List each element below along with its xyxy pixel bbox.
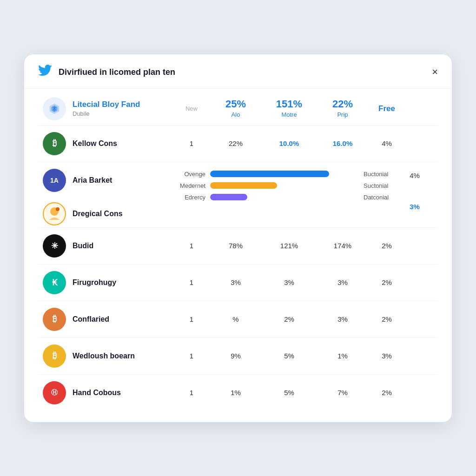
cell-motre: 2% <box>261 315 317 323</box>
combined-free: 4% 3% <box>396 169 433 211</box>
cell-new: 1 <box>173 139 210 147</box>
fund-subtitle: Dubile <box>73 110 140 117</box>
svg-point-4 <box>56 207 60 211</box>
cell-alo: 1% <box>210 389 261 397</box>
col-alo-header: 25% Alo <box>210 99 261 118</box>
bar-row-ovenge: Ovenge Buctonial <box>173 171 396 178</box>
cell-alo: 78% <box>210 242 261 250</box>
table-row: ₿ Kellow Cons 1 22% 10.0% 16.0% 4% <box>38 126 438 162</box>
item-icon-aria: 1A <box>43 169 66 192</box>
modal-title: Divirfiued in licomed plan ten <box>59 67 432 77</box>
cell-prip: 7% <box>317 389 368 397</box>
cell-free: 2% <box>368 389 405 397</box>
modal-header: Divirfiued in licomed plan ten × <box>24 54 452 89</box>
item-icon-dregical <box>43 202 66 225</box>
cell-motre: 10.0% <box>261 139 317 147</box>
item-icon: ₿ <box>43 344 66 368</box>
combined-row: 1A Aria Barket Dregical Cons <box>38 162 438 228</box>
item-icon: Ⓗ <box>43 381 66 404</box>
item-info: ₿ Kellow Cons <box>43 132 173 155</box>
cell-free-aria: 4% <box>396 172 433 179</box>
item-icon: ✳ <box>43 234 66 258</box>
table-row: ₭ Firugrohugy 1 3% 3% 3% 2% <box>38 264 438 301</box>
col-free-header: Free <box>368 104 405 113</box>
cell-alo: 3% <box>210 278 261 286</box>
cell-prip: 16.0% <box>317 139 368 147</box>
cell-free-dregical: 3% <box>396 203 433 211</box>
column-headers: Litecial Bloy Fand Dubile New 25% Alo 15… <box>38 89 438 126</box>
cell-motre: 5% <box>261 352 317 360</box>
item-name: Wedloush boearn <box>73 352 135 360</box>
item-name: Budid <box>73 242 93 250</box>
cell-free: 2% <box>368 278 405 286</box>
cell-new: 1 <box>173 315 210 323</box>
bar-row-medernet: Medernet Suctonial <box>173 182 396 189</box>
cell-prip: 3% <box>317 278 368 286</box>
item-info: Ⓗ Hand Cobous <box>43 381 173 404</box>
table-container: Litecial Bloy Fand Dubile New 25% Alo 15… <box>24 89 452 422</box>
cell-new: 1 <box>173 389 210 397</box>
table-row: ✳ Budid 1 78% 121% 174% 2% <box>38 228 438 264</box>
item-info: ₿ Wedloush boearn <box>43 344 173 368</box>
item-name-dregical: Dregical Cons <box>73 210 123 218</box>
item-name: Kellow Cons <box>73 139 117 148</box>
item-aria: 1A Aria Barket <box>43 169 173 192</box>
item-name: Firugrohugy <box>73 278 116 287</box>
cell-free: 3% <box>368 352 405 360</box>
cell-new: 1 <box>173 242 210 250</box>
table-row: ₿ Conflaried 1 % 2% 3% 2% <box>38 301 438 338</box>
bar-row-edrercy: Edrercy Datconial <box>173 194 396 201</box>
cell-alo: 22% <box>210 139 261 147</box>
close-button[interactable]: × <box>432 67 438 77</box>
cell-alo: % <box>210 315 261 323</box>
fund-name: Litecial Bloy Fand <box>73 100 140 109</box>
cell-motre: 5% <box>261 389 317 397</box>
twitter-icon <box>38 65 52 80</box>
cell-free: 2% <box>368 242 405 250</box>
cell-new: 1 <box>173 352 210 360</box>
modal: Divirfiued in licomed plan ten × Litecia… <box>24 54 452 422</box>
item-icon: ₿ <box>43 132 66 155</box>
cell-new: 1 <box>173 278 210 286</box>
cell-motre: 121% <box>261 242 317 250</box>
cell-prip: 1% <box>317 352 368 360</box>
col-motre-header: 151% Motre <box>261 99 317 118</box>
col-new-label: New <box>173 105 210 112</box>
cell-prip: 3% <box>317 315 368 323</box>
item-info: ₿ Conflaried <box>43 308 173 331</box>
item-info: ✳ Budid <box>43 234 173 258</box>
cell-motre: 3% <box>261 278 317 286</box>
fund-header: Litecial Bloy Fand Dubile <box>43 97 173 120</box>
item-name: Hand Cobous <box>73 389 121 397</box>
item-name: Conflaried <box>73 315 109 324</box>
fund-logo <box>43 97 66 120</box>
col-prip-header: 22% Prip <box>317 99 368 118</box>
bars-section: Ovenge Buctonial Medernet Suctonial <box>173 169 396 201</box>
item-icon: ₿ <box>43 308 66 331</box>
cell-alo: 9% <box>210 352 261 360</box>
cell-prip: 174% <box>317 242 368 250</box>
item-dregical: Dregical Cons <box>43 202 173 225</box>
item-info: ₭ Firugrohugy <box>43 271 173 294</box>
table-row: ₿ Wedloush boearn 1 9% 5% 1% 3% <box>38 338 438 375</box>
item-icon: ₭ <box>43 271 66 294</box>
table-row: Ⓗ Hand Cobous 1 1% 5% 7% 2% <box>38 375 438 411</box>
cell-free: 2% <box>368 315 405 323</box>
item-name-aria: Aria Barket <box>73 176 112 185</box>
cell-free: 4% <box>368 139 405 147</box>
